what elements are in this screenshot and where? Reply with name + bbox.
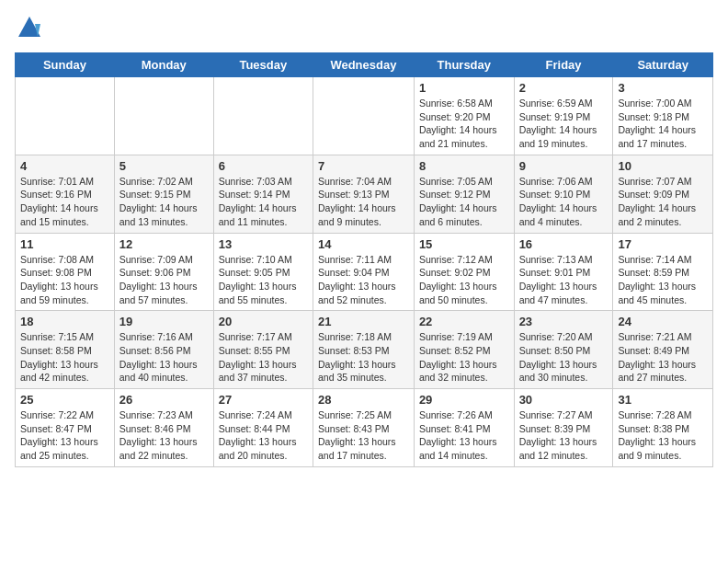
day-header: Wednesday [313,53,414,77]
day-number: 26 [119,393,209,407]
day-number: 21 [318,315,409,328]
day-number: 28 [318,393,409,407]
calendar-header: SundayMondayTuesdayWednesdayThursdayFrid… [16,53,713,77]
calendar-day: 1Sunrise: 6:58 AM Sunset: 9:20 PM Daylig… [414,77,514,155]
calendar-day: 9Sunrise: 7:06 AM Sunset: 9:10 PM Daylig… [514,155,613,233]
day-header: Saturday [613,53,713,77]
calendar-day: 6Sunrise: 7:03 AM Sunset: 9:14 PM Daylig… [213,155,313,233]
calendar-week: 4Sunrise: 7:01 AM Sunset: 9:16 PM Daylig… [16,155,713,233]
day-number: 3 [618,81,708,95]
calendar-day: 21Sunrise: 7:18 AM Sunset: 8:53 PM Dayli… [313,311,414,389]
day-number: 16 [519,237,609,251]
calendar-day: 15Sunrise: 7:12 AM Sunset: 9:02 PM Dayli… [414,233,514,311]
day-info: Sunrise: 7:26 AM Sunset: 8:41 PM Dayligh… [419,408,509,463]
day-number: 10 [618,159,708,173]
day-info: Sunrise: 7:16 AM Sunset: 8:56 PM Dayligh… [119,330,209,385]
calendar-day: 26Sunrise: 7:23 AM Sunset: 8:46 PM Dayli… [114,389,213,467]
calendar-week: 18Sunrise: 7:15 AM Sunset: 8:58 PM Dayli… [16,311,713,389]
day-header: Friday [514,53,613,77]
logo [15,15,42,45]
calendar-week: 1Sunrise: 6:58 AM Sunset: 9:20 PM Daylig… [16,77,713,155]
day-info: Sunrise: 7:13 AM Sunset: 9:01 PM Dayligh… [519,253,609,307]
day-number: 13 [219,237,308,251]
calendar-day [16,77,115,155]
day-number: 25 [20,393,109,407]
day-info: Sunrise: 6:58 AM Sunset: 9:20 PM Dayligh… [419,97,509,151]
day-info: Sunrise: 7:10 AM Sunset: 9:05 PM Dayligh… [219,253,308,307]
day-info: Sunrise: 7:06 AM Sunset: 9:10 PM Dayligh… [519,175,609,229]
calendar-day: 7Sunrise: 7:04 AM Sunset: 9:13 PM Daylig… [313,155,414,233]
calendar-day: 2Sunrise: 6:59 AM Sunset: 9:19 PM Daylig… [514,77,613,155]
calendar-day: 16Sunrise: 7:13 AM Sunset: 9:01 PM Dayli… [514,233,613,311]
day-info: Sunrise: 7:02 AM Sunset: 9:15 PM Dayligh… [119,175,209,229]
logo-icon [17,15,42,40]
day-number: 12 [119,237,209,251]
day-info: Sunrise: 7:20 AM Sunset: 8:50 PM Dayligh… [519,330,609,385]
calendar-day [313,77,414,155]
day-info: Sunrise: 7:03 AM Sunset: 9:14 PM Dayligh… [219,175,308,229]
calendar-day: 18Sunrise: 7:15 AM Sunset: 8:58 PM Dayli… [16,311,115,389]
calendar-day: 23Sunrise: 7:20 AM Sunset: 8:50 PM Dayli… [514,311,613,389]
calendar-day: 5Sunrise: 7:02 AM Sunset: 9:15 PM Daylig… [114,155,213,233]
day-info: Sunrise: 7:22 AM Sunset: 8:47 PM Dayligh… [20,408,109,463]
calendar-day [114,77,213,155]
day-info: Sunrise: 7:04 AM Sunset: 9:13 PM Dayligh… [318,175,409,229]
calendar-day: 28Sunrise: 7:25 AM Sunset: 8:43 PM Dayli… [313,389,414,467]
day-info: Sunrise: 7:12 AM Sunset: 9:02 PM Dayligh… [419,253,509,307]
calendar-day: 13Sunrise: 7:10 AM Sunset: 9:05 PM Dayli… [213,233,313,311]
day-number: 31 [618,393,708,407]
day-number: 8 [419,159,509,173]
day-info: Sunrise: 7:07 AM Sunset: 9:09 PM Dayligh… [618,175,708,229]
day-info: Sunrise: 7:14 AM Sunset: 8:59 PM Dayligh… [618,253,708,307]
day-number: 5 [119,159,209,173]
calendar-table: SundayMondayTuesdayWednesdayThursdayFrid… [15,52,713,467]
day-info: Sunrise: 7:00 AM Sunset: 9:18 PM Dayligh… [618,97,708,151]
calendar-body: 1Sunrise: 6:58 AM Sunset: 9:20 PM Daylig… [16,77,713,467]
day-info: Sunrise: 7:11 AM Sunset: 9:04 PM Dayligh… [318,253,409,307]
day-info: Sunrise: 7:15 AM Sunset: 8:58 PM Dayligh… [20,330,109,385]
day-header: Sunday [16,53,115,77]
calendar-day: 11Sunrise: 7:08 AM Sunset: 9:08 PM Dayli… [16,233,115,311]
calendar-day: 10Sunrise: 7:07 AM Sunset: 9:09 PM Dayli… [613,155,713,233]
header-row: SundayMondayTuesdayWednesdayThursdayFrid… [16,53,713,77]
calendar-day [213,77,313,155]
day-number: 7 [318,159,409,173]
calendar-day: 14Sunrise: 7:11 AM Sunset: 9:04 PM Dayli… [313,233,414,311]
day-info: Sunrise: 7:27 AM Sunset: 8:39 PM Dayligh… [519,408,609,463]
day-number: 23 [519,315,609,328]
calendar-day: 22Sunrise: 7:19 AM Sunset: 8:52 PM Dayli… [414,311,514,389]
day-number: 24 [618,315,708,328]
calendar-day: 30Sunrise: 7:27 AM Sunset: 8:39 PM Dayli… [514,389,613,467]
day-info: Sunrise: 6:59 AM Sunset: 9:19 PM Dayligh… [519,97,609,151]
day-info: Sunrise: 7:25 AM Sunset: 8:43 PM Dayligh… [318,408,409,463]
day-number: 29 [419,393,509,407]
day-number: 14 [318,237,409,251]
day-info: Sunrise: 7:05 AM Sunset: 9:12 PM Dayligh… [419,175,509,229]
calendar-week: 25Sunrise: 7:22 AM Sunset: 8:47 PM Dayli… [16,389,713,467]
calendar-day: 24Sunrise: 7:21 AM Sunset: 8:49 PM Dayli… [613,311,713,389]
calendar-day: 17Sunrise: 7:14 AM Sunset: 8:59 PM Dayli… [613,233,713,311]
day-number: 18 [20,315,109,328]
day-number: 6 [219,159,308,173]
day-info: Sunrise: 7:08 AM Sunset: 9:08 PM Dayligh… [20,253,109,307]
day-header: Tuesday [213,53,313,77]
calendar-day: 25Sunrise: 7:22 AM Sunset: 8:47 PM Dayli… [16,389,115,467]
day-info: Sunrise: 7:09 AM Sunset: 9:06 PM Dayligh… [119,253,209,307]
day-info: Sunrise: 7:18 AM Sunset: 8:53 PM Dayligh… [318,330,409,385]
day-info: Sunrise: 7:17 AM Sunset: 8:55 PM Dayligh… [219,330,308,385]
day-number: 2 [519,81,609,95]
calendar-day: 20Sunrise: 7:17 AM Sunset: 8:55 PM Dayli… [213,311,313,389]
header [15,15,713,45]
day-info: Sunrise: 7:23 AM Sunset: 8:46 PM Dayligh… [119,408,209,463]
day-info: Sunrise: 7:28 AM Sunset: 8:38 PM Dayligh… [618,408,708,463]
day-number: 11 [20,237,109,251]
calendar-week: 11Sunrise: 7:08 AM Sunset: 9:08 PM Dayli… [16,233,713,311]
calendar-day: 31Sunrise: 7:28 AM Sunset: 8:38 PM Dayli… [613,389,713,467]
day-info: Sunrise: 7:01 AM Sunset: 9:16 PM Dayligh… [20,175,109,229]
calendar-day: 19Sunrise: 7:16 AM Sunset: 8:56 PM Dayli… [114,311,213,389]
day-number: 22 [419,315,509,328]
day-number: 4 [20,159,109,173]
day-number: 15 [419,237,509,251]
day-info: Sunrise: 7:24 AM Sunset: 8:44 PM Dayligh… [219,408,308,463]
day-header: Thursday [414,53,514,77]
